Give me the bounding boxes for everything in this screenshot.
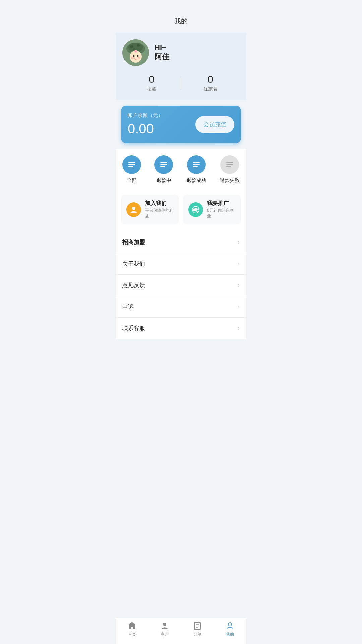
svg-rect-20 bbox=[193, 164, 200, 165]
nav-merchant[interactable]: 商户 bbox=[148, 621, 181, 637]
chevron-icon-feedback: › bbox=[238, 282, 240, 289]
coupons-count: 0 bbox=[181, 74, 240, 85]
nav-home-label: 首页 bbox=[128, 632, 136, 637]
svg-point-10 bbox=[138, 57, 140, 59]
nav-mine-label: 我的 bbox=[226, 632, 234, 637]
tab-refund-success[interactable]: 退款成功 bbox=[186, 155, 206, 184]
svg-rect-14 bbox=[128, 164, 135, 165]
refund-tabs: 全部 退款中 退款成功 bbox=[116, 149, 246, 187]
chevron-icon-complaint: › bbox=[238, 303, 240, 310]
balance-left: 账户余额（元） 0.00 bbox=[128, 112, 163, 137]
svg-rect-13 bbox=[128, 162, 135, 163]
menu-label-feedback: 意见反馈 bbox=[122, 281, 145, 289]
bottom-nav: 首页 商户 订单 我的 bbox=[116, 618, 246, 644]
nav-mine[interactable]: 我的 bbox=[214, 621, 247, 637]
menu-list: 招商加盟 › 关于我们 › 意见反馈 › 申诉 › 联系客服 › bbox=[116, 232, 246, 339]
stat-coupons[interactable]: 0 优惠卷 bbox=[181, 74, 240, 92]
order-icon bbox=[193, 621, 202, 630]
menu-label-complaint: 申诉 bbox=[122, 303, 134, 311]
svg-rect-15 bbox=[128, 166, 133, 167]
tab-failed-label: 退款失败 bbox=[220, 177, 240, 184]
avatar[interactable] bbox=[122, 39, 149, 66]
main-content: 全部 退款中 退款成功 bbox=[116, 149, 246, 339]
svg-point-7 bbox=[133, 55, 135, 57]
home-icon bbox=[127, 621, 137, 630]
menu-label-about: 关于我们 bbox=[122, 260, 145, 268]
join-us-card[interactable]: 加入我们 平台保障你的利益 bbox=[121, 195, 179, 224]
page-title: 我的 bbox=[174, 17, 188, 25]
svg-rect-22 bbox=[226, 162, 233, 163]
nav-order-label: 订单 bbox=[193, 632, 201, 637]
promote-subtitle: 0元让你开启副业 bbox=[207, 208, 236, 219]
menu-item-about[interactable]: 关于我们 › bbox=[116, 253, 246, 275]
chevron-icon-contact: › bbox=[238, 325, 240, 332]
menu-item-complaint[interactable]: 申诉 › bbox=[116, 296, 246, 318]
tab-refund-failed[interactable]: 退款失败 bbox=[220, 155, 240, 184]
svg-rect-18 bbox=[160, 166, 165, 167]
partnership-section: 加入我们 平台保障你的利益 我要推广 0元让你开启副业 bbox=[116, 191, 246, 228]
svg-point-9 bbox=[131, 57, 134, 59]
join-us-text: 加入我们 平台保障你的利益 bbox=[145, 200, 174, 219]
coupons-label: 优惠卷 bbox=[181, 86, 240, 92]
balance-card: 账户余额（元） 0.00 会员充值 bbox=[121, 106, 241, 143]
profile-section: HI~ 阿佳 0 收藏 0 优惠卷 bbox=[116, 33, 246, 100]
merchant-icon bbox=[160, 621, 169, 630]
chevron-icon-franchise: › bbox=[238, 239, 240, 246]
svg-line-28 bbox=[197, 208, 198, 208]
svg-rect-19 bbox=[193, 162, 200, 163]
balance-title: 账户余额（元） bbox=[128, 112, 163, 119]
recharge-button[interactable]: 会员充值 bbox=[195, 116, 234, 133]
tab-failed-icon bbox=[220, 155, 239, 174]
svg-rect-21 bbox=[193, 166, 198, 167]
menu-item-feedback[interactable]: 意见反馈 › bbox=[116, 275, 246, 296]
greeting-hi: HI~ bbox=[155, 43, 169, 52]
chevron-icon-about: › bbox=[238, 260, 240, 267]
nav-order[interactable]: 订单 bbox=[181, 621, 214, 637]
join-us-title: 加入我们 bbox=[145, 200, 174, 207]
join-us-subtitle: 平台保障你的利益 bbox=[145, 208, 174, 219]
tab-all[interactable]: 全部 bbox=[122, 155, 141, 184]
svg-rect-24 bbox=[226, 166, 231, 167]
svg-point-5 bbox=[133, 48, 135, 50]
svg-point-25 bbox=[132, 207, 135, 210]
tab-success-label: 退款成功 bbox=[186, 177, 206, 184]
svg-point-3 bbox=[130, 45, 133, 48]
menu-label-franchise: 招商加盟 bbox=[122, 238, 145, 246]
tab-refunding[interactable]: 退款中 bbox=[154, 155, 173, 184]
tab-refunding-icon bbox=[154, 155, 173, 174]
svg-rect-16 bbox=[160, 162, 167, 163]
nav-merchant-label: 商户 bbox=[161, 632, 169, 637]
promote-text: 我要推广 0元让你开启副业 bbox=[207, 200, 236, 219]
balance-amount: 0.00 bbox=[128, 121, 163, 137]
tab-all-label: 全部 bbox=[127, 177, 137, 184]
svg-point-36 bbox=[228, 623, 232, 626]
svg-point-31 bbox=[163, 623, 166, 626]
greeting-name: 阿佳 bbox=[155, 52, 169, 62]
svg-rect-27 bbox=[193, 209, 194, 211]
tab-success-icon bbox=[187, 155, 206, 174]
svg-point-8 bbox=[137, 55, 139, 57]
favorites-count: 0 bbox=[122, 74, 181, 85]
promote-icon bbox=[188, 202, 203, 217]
svg-line-30 bbox=[197, 211, 198, 212]
svg-rect-17 bbox=[160, 164, 167, 165]
tab-refunding-label: 退款中 bbox=[156, 177, 171, 184]
stat-favorites[interactable]: 0 收藏 bbox=[122, 74, 181, 92]
svg-point-4 bbox=[137, 44, 140, 47]
stats-row: 0 收藏 0 优惠卷 bbox=[122, 74, 240, 92]
menu-item-franchise[interactable]: 招商加盟 › bbox=[116, 232, 246, 253]
favorites-label: 收藏 bbox=[122, 86, 181, 92]
nav-home[interactable]: 首页 bbox=[116, 621, 148, 637]
page-header: 我的 bbox=[116, 0, 246, 33]
promote-title: 我要推广 bbox=[207, 200, 236, 207]
svg-point-12 bbox=[135, 51, 136, 52]
promote-card[interactable]: 我要推广 0元让你开启副业 bbox=[183, 195, 241, 224]
greeting: HI~ 阿佳 bbox=[155, 43, 169, 62]
menu-item-contact[interactable]: 联系客服 › bbox=[116, 318, 246, 339]
tab-all-icon bbox=[122, 155, 141, 174]
join-us-icon bbox=[126, 202, 141, 217]
menu-label-contact: 联系客服 bbox=[122, 324, 145, 332]
mine-icon bbox=[225, 621, 235, 630]
svg-rect-23 bbox=[226, 164, 233, 165]
profile-top: HI~ 阿佳 bbox=[122, 39, 240, 66]
